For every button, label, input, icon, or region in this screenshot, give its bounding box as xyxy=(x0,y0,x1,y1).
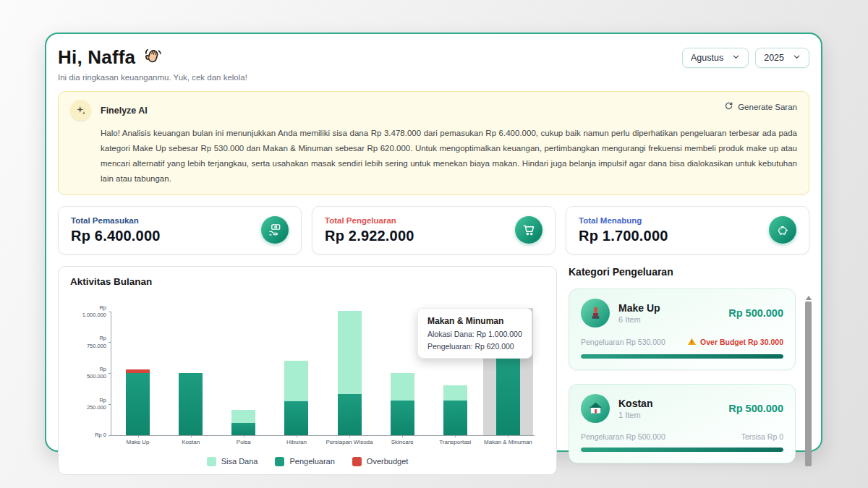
chart-title: Aktivitas Bulanan xyxy=(70,276,545,287)
stacked-bar[interactable] xyxy=(338,311,362,435)
stacked-bar[interactable] xyxy=(179,373,203,435)
main-container: Hi, Naffa Ini dia ringkasan keuanganmu. … xyxy=(45,33,822,452)
card-value: Rp 1.700.000 xyxy=(579,228,668,244)
warning-icon xyxy=(687,337,697,348)
tooltip-alokasi: Alokasi Dana: Rp 1.000.000 xyxy=(427,330,522,338)
stacked-bar[interactable] xyxy=(443,385,467,435)
x-axis-label: Pulsa xyxy=(217,439,270,445)
stacked-bar[interactable] xyxy=(126,369,150,435)
budget-progress-bar xyxy=(581,354,783,359)
page-subtitle: Ini dia ringkasan keuanganmu. Yuk, cek d… xyxy=(58,73,247,82)
budget-progress-fill xyxy=(581,448,783,452)
bar-segment-pengeluaran xyxy=(284,401,308,435)
card-value: Rp 2.922.000 xyxy=(325,228,414,244)
category-name: Make Up xyxy=(618,302,660,314)
categories-title: Kategori Pengeluaran xyxy=(569,266,809,278)
refresh-icon xyxy=(724,101,733,112)
month-select-value: Agustus xyxy=(691,53,723,63)
x-axis-label: Make Up xyxy=(111,439,164,445)
month-select[interactable]: Agustus xyxy=(682,48,749,68)
waving-hand-icon xyxy=(142,46,163,69)
legend-item-sisa-dana: Sisa Dana xyxy=(207,457,258,466)
chart-bar-pulsa[interactable]: Pulsa xyxy=(217,312,270,435)
ai-suggestion-panel: Finelyze AI Generate Saran Halo! Analisi… xyxy=(58,91,809,195)
scrollbar[interactable] xyxy=(805,296,812,469)
category-text: Kostan 1 Item xyxy=(618,398,652,419)
y-axis-tick-label: Rp750.000 xyxy=(87,335,106,349)
y-axis-tick-label: Rp1.000.000 xyxy=(82,304,106,319)
tooltip-pengeluaran: Pengeluaran: Rp 620.000 xyxy=(427,342,522,351)
x-axis-label: Makan & Minuman xyxy=(482,439,535,445)
category-budget: Rp 500.000 xyxy=(728,307,783,319)
card-total-pemasukan: Total Pemasukan Rp 6.400.000 xyxy=(58,206,302,254)
category-spent: Pengeluaran Rp 500.000 xyxy=(581,432,665,441)
scrollbar-up-arrow[interactable] xyxy=(806,296,812,300)
card-value: Rp 6.400.000 xyxy=(71,228,161,244)
year-select[interactable]: 2025 xyxy=(755,48,809,68)
budget-progress-bar xyxy=(581,448,783,452)
category-count: 1 Item xyxy=(618,411,652,419)
bar-segment-pengeluaran xyxy=(338,394,362,435)
categories-list: Make Up 6 Item Rp 500.000 Pengeluaran Rp… xyxy=(569,288,809,463)
x-axis-tick-mark xyxy=(508,435,509,437)
chart-bar-persiapan-wisuda[interactable]: Persiapan Wisuda xyxy=(323,312,376,435)
category-status: Tersisa Rp 0 xyxy=(741,432,783,441)
category-status-label: Tersisa Rp 0 xyxy=(741,432,783,441)
tooltip-title: Makan & Minuman xyxy=(427,316,522,326)
filters: Agustus 2025 xyxy=(682,48,809,68)
legend-item-pengeluaran: Pengeluaran xyxy=(275,457,334,466)
bar-segment-pengeluaran xyxy=(391,401,414,435)
chart-legend: Sisa Dana Pengeluaran Overbudget xyxy=(59,457,556,466)
category-status-label: Over Budget Rp 30.000 xyxy=(700,338,783,346)
lipstick-icon xyxy=(581,299,610,328)
summary-cards: Total Pemasukan Rp 6.400.000 Total Penge… xyxy=(58,206,809,254)
card-total-menabung: Total Menabung Rp 1.700.000 xyxy=(566,206,809,254)
bar-segment-sisa-dana xyxy=(338,311,362,394)
money-hand-icon xyxy=(261,216,289,244)
monthly-activity-chart-panel: Aktivitas Bulanan Rp1.000.000Rp750.000Rp… xyxy=(58,266,557,475)
category-card-make-up[interactable]: Make Up 6 Item Rp 500.000 Pengeluaran Rp… xyxy=(569,288,796,370)
legend-label: Pengeluaran xyxy=(289,457,334,466)
category-count: 6 Item xyxy=(618,315,660,324)
chart-bar-kostan[interactable]: Kostan xyxy=(164,312,217,435)
chart-bar-hiburan[interactable]: Hiburan xyxy=(270,312,323,435)
stacked-bar[interactable] xyxy=(391,373,414,435)
legend-swatch xyxy=(352,457,362,466)
bar-segment-pengeluaran xyxy=(496,358,520,435)
category-name: Kostan xyxy=(618,398,652,409)
piggy-bank-icon xyxy=(769,216,796,244)
x-axis-label: Kostan xyxy=(164,439,217,445)
card-label: Total Menabung xyxy=(579,216,668,225)
bar-segment-sisa-dana xyxy=(443,385,467,401)
bar-segment-sisa-dana xyxy=(391,373,414,401)
x-axis-label: Hiburan xyxy=(270,439,323,445)
bar-segment-sisa-dana xyxy=(231,410,255,422)
y-axis-tick-label: Rp250.000 xyxy=(87,397,106,411)
legend-item-overbudget: Overbudget xyxy=(352,457,408,466)
card-text: Total Pemasukan Rp 6.400.000 xyxy=(71,216,161,244)
legend-swatch xyxy=(207,457,216,466)
generate-saran-button[interactable]: Generate Saran xyxy=(724,101,797,112)
legend-label: Overbudget xyxy=(367,457,408,466)
page-title: Hi, Naffa xyxy=(58,46,135,69)
chart-bar-make-up[interactable]: Make Up xyxy=(111,312,164,435)
card-text: Total Pengeluaran Rp 2.922.000 xyxy=(325,216,414,244)
x-axis-tick-mark xyxy=(455,435,456,437)
scrollbar-thumb[interactable] xyxy=(805,301,812,466)
stacked-bar[interactable] xyxy=(231,410,255,435)
shopping-cart-icon xyxy=(515,216,542,244)
y-axis-tick-label: Rp 0 xyxy=(95,432,106,439)
card-label: Total Pemasukan xyxy=(71,216,161,225)
legend-label: Sisa Dana xyxy=(221,457,258,466)
stacked-bar[interactable] xyxy=(284,361,308,435)
card-total-pengeluaran: Total Pengeluaran Rp 2.922.000 xyxy=(312,206,556,254)
x-axis-label: Transportasi xyxy=(429,439,482,445)
house-icon xyxy=(581,394,610,423)
category-card-kostan[interactable]: Kostan 1 Item Rp 500.000 Pengeluaran Rp … xyxy=(569,384,796,463)
x-axis-tick-mark xyxy=(349,435,350,437)
x-axis-tick-mark xyxy=(244,435,244,437)
card-label: Total Pengeluaran xyxy=(325,216,414,225)
x-axis-label: Skincare xyxy=(376,439,429,445)
x-axis-tick-mark xyxy=(191,435,192,437)
ai-message: Halo! Analisis keuangan bulan ini menunj… xyxy=(101,126,797,187)
